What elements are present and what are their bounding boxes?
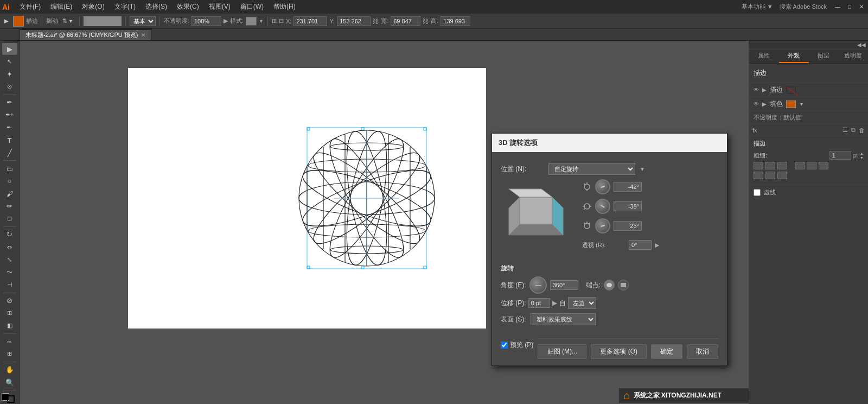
weight-up-arrow[interactable]: ▲	[860, 152, 864, 155]
rotation-z-input[interactable]	[614, 221, 642, 231]
opacity-arrow[interactable]: ▶	[224, 17, 228, 24]
tool-delete-anchor[interactable]: ✒-	[2, 122, 17, 134]
offset-arrow[interactable]: ▶	[552, 299, 557, 307]
delete-item-icon[interactable]: 🗑	[859, 127, 865, 134]
tool-direct-select[interactable]: ↖	[2, 55, 17, 67]
perspective-arrow[interactable]: ▶	[655, 242, 659, 249]
menu-select[interactable]: 选择(S)	[141, 1, 171, 12]
panel-menu-icon[interactable]: ☰	[843, 127, 848, 134]
cap-right-button[interactable]	[618, 280, 629, 291]
preview-checkbox[interactable]	[501, 342, 508, 349]
tab-layers[interactable]: 图层	[809, 49, 839, 63]
rotation-x-input[interactable]	[614, 182, 642, 192]
tool-warp[interactable]: 〜	[2, 266, 17, 278]
tool-eraser[interactable]: ◻	[2, 213, 17, 225]
tool-rotate[interactable]: ↻	[2, 229, 17, 241]
tool-eyedropper[interactable]: ⊘	[2, 294, 17, 306]
fill-color-swatch[interactable]	[786, 100, 796, 108]
tool-scale[interactable]: ⤡	[2, 254, 17, 266]
tool-add-anchor[interactable]: ✒+	[2, 109, 17, 121]
align-inside[interactable]	[765, 172, 775, 179]
rotation-y-dial[interactable]	[595, 199, 610, 214]
menu-effect[interactable]: 效果(C)	[173, 1, 203, 12]
cap-round[interactable]	[765, 162, 775, 169]
angle-dial[interactable]	[529, 276, 547, 294]
opacity-input[interactable]	[192, 16, 221, 26]
menu-edit[interactable]: 编辑(E)	[46, 1, 76, 12]
align-outside[interactable]	[777, 172, 787, 179]
fill-expand-arrow[interactable]: ▼	[799, 102, 804, 107]
tool-pen[interactable]: ✒	[2, 96, 17, 108]
rotation-z-dial[interactable]	[595, 218, 610, 233]
tool-brush[interactable]: 🖌	[2, 187, 17, 199]
stroke-color-swatch[interactable]	[13, 16, 24, 27]
stroke-visibility-icon[interactable]: 👁	[754, 87, 759, 93]
menu-text[interactable]: 文字(T)	[110, 1, 140, 12]
tool-blend[interactable]: ∞	[2, 336, 17, 348]
tool-line[interactable]: ╱	[2, 147, 17, 159]
tab-properties[interactable]: 属性	[749, 49, 779, 63]
fill-visibility-icon[interactable]: 👁	[754, 101, 759, 107]
tool-rect[interactable]: ▭	[2, 162, 17, 174]
cap-flat[interactable]	[754, 162, 763, 169]
canvas-area[interactable]: 3D 旋转选项 位置 (N): 自定旋转 ▼	[20, 41, 749, 404]
cancel-button[interactable]: 取消	[687, 344, 718, 359]
w-input[interactable]	[391, 16, 420, 26]
weight-down-arrow[interactable]: ▼	[860, 156, 864, 160]
menu-object[interactable]: 对象(O)	[78, 1, 108, 12]
surface-select[interactable]: 塑料效果底纹	[531, 313, 596, 325]
x-input[interactable]	[293, 16, 327, 26]
join-round[interactable]	[807, 162, 816, 169]
tool-reflect[interactable]: ⇔	[2, 241, 17, 253]
tab-transparency[interactable]: 透明度	[838, 49, 868, 63]
copy-item-icon[interactable]: ⧉	[851, 127, 856, 134]
y-input[interactable]	[337, 16, 371, 26]
tool-type[interactable]: T	[2, 134, 17, 146]
h-input[interactable]	[441, 16, 470, 26]
tool-zoom[interactable]: 🔍	[2, 376, 17, 388]
map-button[interactable]: 贴图 (M)...	[538, 344, 586, 359]
mode-control[interactable]: ⇅▼	[60, 16, 75, 26]
tool-width[interactable]: ⊣	[2, 279, 17, 291]
tool-pencil[interactable]: ✏	[2, 200, 17, 212]
cap-left-button[interactable]	[604, 280, 615, 291]
menu-help[interactable]: 帮助(H)	[269, 1, 300, 12]
minimize-button[interactable]: —	[833, 3, 842, 11]
style-swatch[interactable]	[246, 17, 257, 26]
offset-from-select[interactable]: 左边	[568, 297, 596, 309]
tool-mesh[interactable]: ⊞	[2, 307, 17, 319]
angle-input[interactable]	[550, 280, 578, 290]
add-fx-icon[interactable]: fx	[752, 127, 757, 134]
tool-gradient[interactable]: ◧	[2, 320, 17, 332]
tool-ellipse[interactable]: ○	[2, 175, 17, 187]
offset-input[interactable]	[528, 298, 550, 308]
tool-magic-wand[interactable]: ✦	[2, 68, 17, 80]
stroke-swatch[interactable]	[7, 395, 15, 403]
position-select[interactable]: 自定旋转	[548, 163, 635, 175]
weight-stepper[interactable]: ▲ ▼	[860, 152, 864, 160]
tool-slice[interactable]: ⊞	[2, 348, 17, 360]
align-center[interactable]	[754, 172, 763, 179]
menu-window[interactable]: 窗口(W)	[236, 1, 268, 12]
stroke-style-select[interactable]: 基本	[130, 16, 156, 26]
menu-file[interactable]: 文件(F)	[15, 1, 45, 12]
stroke-appearance-swatch[interactable]	[786, 86, 796, 94]
menu-view[interactable]: 视图(V)	[205, 1, 235, 12]
fill-expand-icon[interactable]: ▶	[762, 101, 767, 107]
close-button[interactable]: ✕	[857, 3, 866, 11]
document-tab[interactable]: 未标题-2.ai* @ 66.67% (CMYK/GPU 预览) ✕	[20, 29, 151, 40]
more-options-button[interactable]: 更多选项 (O)	[591, 344, 647, 359]
maximize-button[interactable]: □	[845, 3, 854, 11]
perspective-input[interactable]	[629, 240, 652, 250]
stroke-expand-icon[interactable]: ▶	[762, 87, 767, 93]
ok-button[interactable]: 确定	[651, 344, 682, 359]
tool-hand[interactable]: ✋	[2, 364, 17, 376]
join-bevel[interactable]	[819, 162, 828, 169]
dashed-checkbox[interactable]	[754, 189, 761, 196]
cap-square[interactable]	[777, 162, 787, 169]
rotation-x-dial[interactable]	[595, 179, 610, 194]
join-miter[interactable]	[795, 162, 805, 169]
rotation-y-input[interactable]	[614, 201, 642, 211]
panel-expand-left[interactable]: ◀◀	[857, 42, 866, 48]
weight-input[interactable]	[829, 151, 851, 160]
